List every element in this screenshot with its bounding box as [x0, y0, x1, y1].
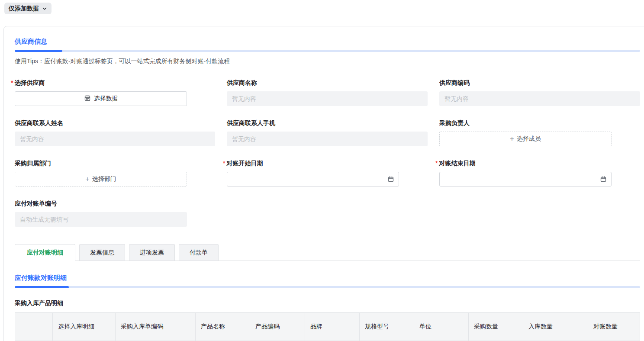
contact-phone-input [227, 132, 428, 146]
select-member-button[interactable]: + 选择成员 [439, 132, 612, 146]
select-member-button-label: 选择成员 [517, 135, 541, 143]
supplier-section-title: 供应商信息 [15, 38, 640, 46]
field-purchase-owner: 采购负责人 + 选择成员 [439, 119, 640, 146]
field-select-supplier: * 选择供应商 选择数据 [15, 79, 227, 106]
add-data-mode-label: 仅添加数据 [9, 5, 39, 13]
supplier-code-label: 供应商编码 [439, 79, 470, 87]
header-cell: 对账数量 [588, 313, 640, 341]
field-recon-end-date: * 对账结束日期 [439, 159, 640, 187]
supplier-form: * 选择供应商 选择数据 供应商名称 供应商编码 供应商联系人姓名 供应商联系人 [15, 79, 640, 227]
required-asterisk: * [435, 159, 438, 167]
select-department-button-label: 选择部门 [92, 175, 116, 183]
select-data-icon [84, 95, 91, 103]
form-card: 供应商信息 使用Tips：应付账款-对账通过标签页，可以一站式完成所有财务侧对账… [3, 26, 644, 341]
add-data-mode-dropdown[interactable]: 仅添加数据 [4, 3, 52, 14]
inbound-product-detail-title: 采购入库产品明细 [15, 299, 640, 307]
header-cell: 产品编码 [250, 313, 305, 341]
recon-start-date-input[interactable] [232, 172, 387, 186]
plus-icon: + [85, 176, 89, 183]
progress-filled-segment [15, 286, 69, 288]
inbound-product-table: 选择入库明细 采购入库单编码 产品名称 产品编码 品牌 规格型号 单位 采购数量… [15, 312, 640, 341]
select-department-button[interactable]: + 选择部门 [15, 172, 187, 187]
supplier-code-input [439, 91, 640, 106]
recon-start-date-picker[interactable] [227, 172, 399, 187]
purchase-dept-label: 采购归属部门 [15, 159, 51, 167]
table-header-row: 选择入库明细 采购入库单编码 产品名称 产品编码 品牌 规格型号 单位 采购数量… [15, 313, 640, 341]
plus-icon: + [510, 135, 514, 142]
header-cell: 采购数量 [469, 313, 523, 341]
required-asterisk: * [11, 79, 13, 87]
detail-section-title: 应付账款对账明细 [15, 274, 640, 282]
detail-section-progress-bar [15, 286, 640, 288]
supplier-name-label: 供应商名称 [227, 79, 257, 87]
contact-name-input [15, 132, 215, 146]
header-cell: 选择入库明细 [53, 313, 116, 341]
header-cell: 采购入库单编码 [116, 313, 196, 341]
select-data-button-label: 选择数据 [94, 95, 118, 103]
tab-payment-order[interactable]: 付款单 [179, 244, 219, 261]
recon-end-date-input[interactable] [444, 172, 600, 186]
supplier-name-input [227, 91, 428, 106]
top-toolbar: 仅添加数据 [0, 0, 644, 14]
field-supplier-code: 供应商编码 [439, 79, 640, 106]
header-cell: 单位 [414, 313, 469, 341]
recon-end-date-label: 对账结束日期 [439, 159, 475, 167]
header-cell: 品牌 [305, 313, 360, 341]
recon-no-input [15, 212, 187, 227]
recon-no-label: 应付对账单编号 [15, 199, 57, 208]
header-cell: 规格型号 [360, 313, 414, 341]
supplier-section-progress-bar [15, 50, 640, 52]
tab-invoice-info[interactable]: 发票信息 [79, 244, 125, 261]
field-contact-phone: 供应商联系人手机 [227, 119, 439, 146]
field-contact-name: 供应商联系人姓名 [15, 119, 227, 146]
recon-start-date-label: 对账开始日期 [226, 159, 263, 167]
progress-filled-segment [15, 50, 62, 52]
calendar-icon[interactable] [387, 176, 394, 183]
chevron-down-icon [42, 6, 47, 11]
field-supplier-name: 供应商名称 [227, 79, 439, 106]
calendar-icon[interactable] [600, 176, 607, 183]
required-asterisk: * [223, 159, 225, 167]
usage-tips-text: 使用Tips：应付账款-对账通过标签页，可以一站式完成所有财务侧对账-付款流程 [15, 58, 640, 65]
tab-input-invoice[interactable]: 进项发票 [129, 244, 175, 261]
contact-phone-label: 供应商联系人手机 [227, 119, 275, 127]
detail-tabbar: 应付对账明细 发票信息 进项发票 付款单 [15, 244, 640, 261]
contact-name-label: 供应商联系人姓名 [15, 119, 63, 127]
recon-end-date-picker[interactable] [439, 172, 612, 187]
select-supplier-label: 选择供应商 [14, 79, 45, 87]
field-recon-no: 应付对账单编号 [15, 199, 227, 227]
field-recon-start-date: * 对账开始日期 [227, 159, 439, 187]
header-cell: 入库数量 [523, 313, 588, 341]
field-purchase-dept: 采购归属部门 + 选择部门 [15, 159, 227, 187]
header-cell: 产品名称 [196, 313, 250, 341]
header-cell-empty [15, 313, 53, 341]
tab-payable-recon-detail[interactable]: 应付对账明细 [15, 244, 75, 261]
purchase-owner-label: 采购负责人 [439, 119, 470, 127]
select-supplier-data-button[interactable]: 选择数据 [15, 91, 187, 106]
